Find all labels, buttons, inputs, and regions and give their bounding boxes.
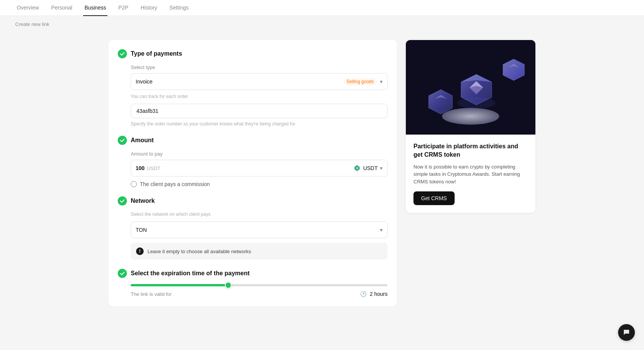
type-select[interactable]: Invoice Selling goods ▾ (131, 73, 388, 90)
slider-fill (131, 284, 228, 286)
tab-personal[interactable]: Personal (50, 0, 74, 16)
order-number-input[interactable] (131, 104, 388, 118)
network-check-icon (118, 196, 127, 206)
expiration-content: The link is valid for 🕑 2 hours (131, 284, 388, 297)
valid-for-label: The link is valid for (131, 291, 357, 297)
network-title: Network (131, 197, 155, 204)
commission-radio[interactable] (131, 181, 137, 187)
network-subtitle: Select the network on which client pays (131, 212, 388, 217)
type-check-icon (118, 49, 127, 58)
promo-title: Participate in platform activities and g… (413, 142, 528, 159)
amount-header: Amount (118, 136, 388, 145)
commission-radio-row: The client pays a commission (131, 181, 388, 187)
nav-tabs-header: Overview Personal Business P2P History S… (0, 0, 644, 16)
amount-display: 100 USDT (136, 165, 353, 171)
promo-image (406, 40, 535, 135)
valid-for-row: The link is valid for 🕑 2 hours (131, 291, 388, 297)
slider-track (131, 284, 388, 286)
amount-to-pay-label: Amount to pay (131, 151, 388, 157)
tab-p2p[interactable]: P2P (117, 0, 130, 16)
type-of-payments-section: Type of payments Select type Invoice Sel… (118, 49, 388, 127)
info-icon: ! (136, 247, 144, 255)
amount-title: Amount (131, 137, 154, 144)
type-select-badge: Selling goods (343, 78, 377, 85)
network-content: Select the network on which client pays … (131, 212, 388, 260)
tab-business[interactable]: Business (83, 0, 108, 16)
usdt-gem-icon: ₮ (353, 164, 361, 172)
form-container: Type of payments Select type Invoice Sel… (109, 40, 397, 306)
network-info-box: ! Leave it empty to choose all available… (131, 243, 388, 260)
main-content: Type of payments Select type Invoice Sel… (93, 32, 551, 314)
amount-content: Amount to pay 100 USDT ₮ (131, 151, 388, 187)
network-info-text: Leave it empty to choose all available n… (147, 249, 251, 254)
network-selected-value: TON (136, 227, 380, 233)
expiration-title: Select the expiration time of the paymen… (131, 270, 250, 277)
promo-description: Now it is possible to earn crypto by com… (413, 163, 528, 186)
chat-bubble[interactable] (618, 324, 635, 341)
commission-label: The client pays a commission (140, 181, 210, 187)
specify-text: Specify the order number so your custome… (131, 121, 388, 127)
promo-card: Participate in platform activities and g… (406, 40, 535, 213)
left-column: Type of payments Select type Invoice Sel… (109, 40, 397, 306)
type-of-payments-content: Select type Invoice Selling goods ▾ You … (131, 64, 388, 127)
amount-unit-inline: USDT (147, 165, 160, 171)
svg-point-13 (457, 97, 495, 109)
type-of-payments-header: Type of payments (118, 49, 388, 58)
breadcrumb: Create new link (0, 16, 644, 32)
network-section: Network Select the network on which clie… (118, 196, 388, 260)
promo-body: Participate in platform activities and g… (406, 135, 535, 213)
valid-for-value: 2 hours (370, 291, 388, 297)
chat-icon (622, 328, 631, 337)
expiration-header: Select the expiration time of the paymen… (118, 269, 388, 278)
network-select[interactable]: TON ▾ (131, 222, 388, 238)
right-column: Participate in platform activities and g… (406, 40, 535, 306)
type-of-payments-title: Type of payments (131, 50, 182, 57)
network-chevron-icon: ▾ (380, 227, 383, 233)
expiration-section: Select the expiration time of the paymen… (118, 269, 388, 297)
amount-check-icon (118, 136, 127, 145)
crypto-3d-visual (406, 40, 535, 135)
clock-icon: 🕑 (360, 291, 367, 297)
type-select-value: Invoice (136, 79, 343, 85)
svg-point-4 (442, 108, 499, 125)
currency-label: USDT (363, 165, 378, 171)
tab-overview[interactable]: Overview (15, 0, 40, 16)
amount-number: 100 (136, 165, 144, 171)
slider-thumb[interactable] (225, 282, 232, 289)
type-select-chevron-icon: ▾ (380, 79, 383, 85)
amount-input-wrapper[interactable]: 100 USDT ₮ USDT ▾ (131, 160, 388, 177)
select-type-label: Select type (131, 64, 388, 70)
nav-tabs: Overview Personal Business P2P History S… (15, 0, 190, 16)
get-crms-button[interactable]: Get CRMS (413, 191, 455, 205)
tab-history[interactable]: History (139, 0, 159, 16)
expiration-check-icon (118, 269, 127, 278)
amount-section: Amount Amount to pay 100 USDT (118, 136, 388, 187)
tab-settings[interactable]: Settings (168, 0, 190, 16)
currency-chevron-icon: ▾ (380, 165, 383, 171)
network-header: Network (118, 196, 388, 206)
type-help-text: You can track for each order (131, 94, 388, 99)
currency-select[interactable]: ₮ USDT ▾ (353, 164, 383, 172)
